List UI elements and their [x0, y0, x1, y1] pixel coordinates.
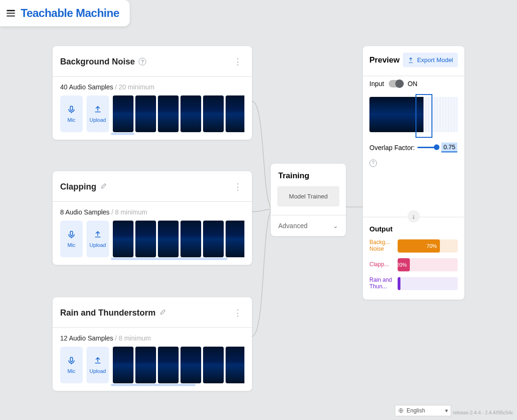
edit-icon[interactable] — [100, 182, 107, 192]
overlap-factor-row: Overlap Factor: 0.75 — [363, 132, 464, 155]
language-selector[interactable]: English — [395, 405, 451, 416]
output-label: Clapp... — [369, 262, 393, 268]
samples-count: 12 Audio Samples / 8 minimum — [60, 334, 244, 342]
mic-button[interactable]: Mic — [60, 221, 83, 257]
scrollbar[interactable] — [111, 133, 134, 135]
svg-rect-0 — [70, 106, 73, 111]
mic-button[interactable]: Mic — [60, 347, 83, 383]
preview-title: Preview — [369, 55, 400, 65]
output-progress-fill: 70% — [398, 239, 440, 253]
help-icon[interactable]: ? — [369, 159, 377, 167]
edit-icon[interactable] — [159, 308, 166, 318]
output-label: Backg... Noise — [369, 239, 393, 252]
upload-icon — [93, 230, 102, 239]
output-bar: Clapp... 20% — [363, 255, 464, 274]
upload-button[interactable]: Upload — [86, 347, 109, 383]
preview-card: Preview Export Model Input ON Overlap Fa… — [363, 46, 464, 300]
output-bar: Rain and Thun... % — [363, 274, 464, 293]
class-card-clapping: Clapping ⋮ 8 Audio Samples / 8 minimum M… — [53, 171, 252, 265]
training-card: Training Model Trained Advanced ⌄ — [271, 164, 346, 236]
class-card-background-noise: Background Noise ? ⋮ 40 Audio Samples / … — [53, 46, 252, 140]
samples-count: 40 Audio Samples / 20 minimum — [60, 83, 244, 91]
release-version: release-2-4-4 - 2.4.4#95c54c — [453, 410, 513, 415]
overlap-value[interactable]: 0.75 — [441, 143, 457, 152]
chevron-down-icon: ⌄ — [333, 222, 338, 230]
scrollbar[interactable] — [111, 384, 196, 386]
svg-rect-1 — [70, 231, 73, 236]
output-label: Rain and Thun... — [369, 277, 393, 289]
arrow-down-icon: ↓ — [407, 210, 420, 222]
input-label: Input — [369, 80, 384, 87]
upload-icon — [93, 105, 102, 114]
scrollbar[interactable] — [111, 258, 227, 260]
mic-button[interactable]: Mic — [60, 95, 83, 132]
live-spectrogram — [369, 97, 458, 132]
globe-icon — [398, 408, 404, 413]
upload-icon — [93, 356, 102, 365]
sample-thumbnails[interactable] — [113, 221, 244, 257]
advanced-toggle[interactable]: Advanced ⌄ — [271, 215, 346, 236]
upload-button[interactable]: Upload — [86, 95, 109, 132]
help-icon[interactable]: ? — [139, 58, 146, 65]
app-title: Teachable Machine — [21, 7, 119, 20]
mic-icon — [67, 105, 76, 114]
playhead-cursor — [415, 94, 432, 138]
export-model-button[interactable]: Export Model — [403, 53, 458, 67]
class-title[interactable]: Clapping — [60, 182, 96, 192]
app-header: Teachable Machine — [0, 0, 130, 26]
upload-button[interactable]: Upload — [86, 221, 109, 257]
output-bar: Backg... Noise 70% — [363, 237, 464, 255]
menu-icon[interactable] — [7, 10, 15, 16]
samples-count: 8 Audio Samples / 8 minimum — [60, 208, 244, 216]
train-model-button[interactable]: Model Trained — [277, 186, 339, 206]
input-toggle[interactable] — [389, 80, 403, 87]
output-progress-fill: % — [398, 277, 400, 290]
output-progress-track: % — [398, 277, 458, 290]
export-icon — [407, 57, 414, 63]
kebab-icon[interactable]: ⋮ — [231, 55, 244, 69]
svg-rect-2 — [70, 357, 73, 362]
input-status: ON — [407, 80, 417, 87]
class-title[interactable]: Rain and Thunderstorm — [60, 308, 156, 318]
kebab-icon[interactable]: ⋮ — [231, 180, 244, 194]
kebab-icon[interactable]: ⋮ — [231, 306, 244, 320]
output-progress-track: 20% — [398, 258, 458, 271]
output-progress-track: 70% — [398, 239, 458, 253]
sample-thumbnails[interactable] — [113, 347, 244, 383]
mic-icon — [67, 356, 76, 365]
output-progress-fill: 20% — [398, 258, 410, 271]
training-title: Training — [271, 164, 346, 186]
class-title[interactable]: Background Noise — [60, 57, 135, 67]
class-card-rain-thunderstorm: Rain and Thunderstorm ⋮ 12 Audio Samples… — [53, 297, 252, 391]
overlap-slider[interactable] — [417, 147, 439, 148]
sample-thumbnails[interactable] — [113, 95, 244, 132]
mic-icon — [67, 230, 76, 239]
